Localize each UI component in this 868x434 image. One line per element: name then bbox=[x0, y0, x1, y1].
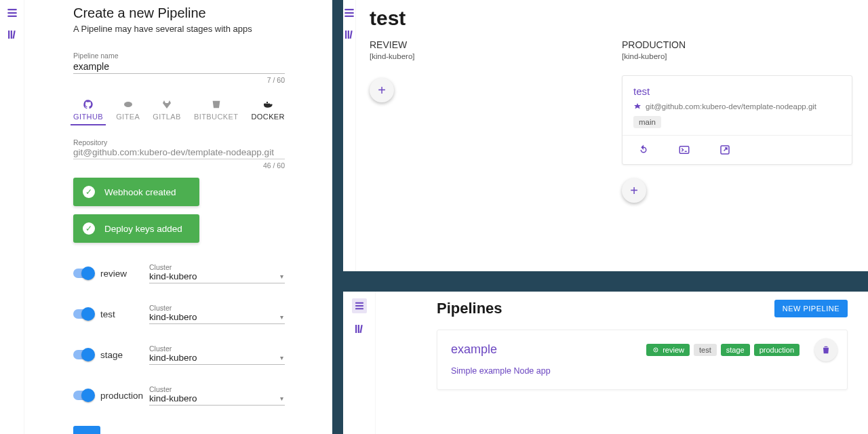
open-icon[interactable] bbox=[719, 144, 731, 156]
tab-gitlab[interactable]: GITLAB bbox=[153, 99, 181, 125]
page-subtitle: A Pipeline may have several stages with … bbox=[73, 24, 285, 34]
pipelines-icon[interactable] bbox=[343, 7, 355, 19]
pipeline-detail: test REVIEW [kind-kubero] + PRODUCTION [… bbox=[356, 0, 868, 271]
svg-rect-10 bbox=[267, 102, 268, 103]
svg-point-6 bbox=[124, 102, 132, 107]
sidebar-detail bbox=[343, 0, 356, 271]
cluster-select-stage[interactable]: Cluster kind-kubero ▾ bbox=[149, 344, 285, 365]
toggle-review[interactable] bbox=[73, 269, 94, 278]
terminal-icon[interactable] bbox=[678, 144, 690, 156]
stage-row-production: production Cluster kind-kubero ▾ bbox=[73, 385, 285, 406]
pipeline-name-input[interactable] bbox=[73, 60, 285, 74]
column-production: PRODUCTION [kind-kubero] test git@github… bbox=[622, 39, 852, 203]
cluster-select-test[interactable]: Cluster kind-kubero ▾ bbox=[149, 304, 285, 324]
new-pipeline-button[interactable]: NEW PIPELINE bbox=[774, 300, 848, 317]
app-card-actions bbox=[623, 135, 852, 164]
chevron-down-icon: ▾ bbox=[280, 354, 283, 361]
sidebar-left bbox=[0, 0, 24, 434]
repository-value[interactable]: git@github.com:kubero-dev/template-nodea… bbox=[73, 146, 285, 159]
chip-stage: stage bbox=[721, 344, 750, 356]
tab-bitbucket[interactable]: BITBUCKET bbox=[194, 99, 238, 125]
stage-label: production bbox=[100, 391, 142, 401]
svg-rect-24 bbox=[359, 325, 362, 333]
stage-row-review: review Cluster kind-kubero ▾ bbox=[73, 263, 285, 283]
svg-rect-5 bbox=[12, 31, 15, 39]
svg-rect-11 bbox=[344, 9, 354, 10]
pipeline-name-field: Pipeline name 7 / 60 bbox=[73, 52, 285, 84]
create-pipeline-panel: Create a new Pipeline A Pipeline may hav… bbox=[0, 0, 332, 434]
restart-icon[interactable] bbox=[637, 144, 650, 156]
svg-rect-23 bbox=[357, 325, 359, 333]
svg-rect-4 bbox=[10, 31, 12, 39]
pipelines-icon[interactable] bbox=[6, 7, 18, 19]
pipelines-icon[interactable] bbox=[352, 298, 367, 313]
cluster-select-production[interactable]: Cluster kind-kubero ▾ bbox=[149, 385, 285, 406]
repository-label: Repository bbox=[73, 138, 285, 146]
pipeline-name-label: Pipeline name bbox=[73, 52, 285, 60]
provider-tabs: GITHUB GITEA GITLAB BITBUCKET DOCKER bbox=[73, 99, 285, 125]
svg-rect-16 bbox=[349, 31, 352, 39]
submit-button[interactable] bbox=[73, 426, 100, 434]
check-icon: ✓ bbox=[83, 186, 95, 198]
list-title: Pipelines bbox=[437, 300, 502, 317]
repository-counter: 46 / 60 bbox=[73, 161, 285, 170]
chip-production: production bbox=[754, 344, 800, 356]
pipeline-card-chips: review test stage production bbox=[646, 344, 800, 356]
tab-github[interactable]: GITHUB bbox=[73, 99, 103, 125]
stage-label: test bbox=[100, 309, 142, 319]
chevron-down-icon: ▾ bbox=[280, 395, 283, 402]
svg-rect-14 bbox=[345, 31, 347, 39]
add-app-production-button[interactable]: + bbox=[622, 178, 646, 203]
stage-label: review bbox=[100, 269, 142, 279]
svg-rect-12 bbox=[344, 12, 354, 14]
svg-rect-0 bbox=[7, 9, 17, 10]
delete-pipeline-button[interactable] bbox=[814, 338, 837, 361]
toggle-stage[interactable] bbox=[73, 350, 94, 359]
svg-rect-13 bbox=[344, 16, 354, 17]
tab-docker[interactable]: DOCKER bbox=[251, 99, 284, 125]
branch-chip: main bbox=[633, 116, 661, 128]
stage-label: stage bbox=[100, 350, 142, 360]
library-icon[interactable] bbox=[343, 28, 355, 41]
chevron-down-icon: ▾ bbox=[280, 273, 283, 280]
svg-rect-21 bbox=[355, 308, 363, 309]
column-review: REVIEW [kind-kubero] + bbox=[370, 39, 600, 203]
chip-review: review bbox=[646, 344, 690, 356]
create-pipeline-form: Create a new Pipeline A Pipeline may hav… bbox=[24, 0, 332, 434]
pipeline-card[interactable]: example Simple example Node app review t… bbox=[437, 330, 848, 390]
svg-rect-3 bbox=[8, 31, 9, 39]
pipelines-list: Pipelines NEW PIPELINE example Simple ex… bbox=[376, 292, 868, 434]
alert-webhook: ✓ Webhook created bbox=[73, 178, 199, 206]
app-name[interactable]: test bbox=[633, 85, 841, 97]
sidebar-list bbox=[343, 292, 376, 434]
pipeline-card-desc: Simple example Node app bbox=[451, 366, 833, 376]
check-icon: ✓ bbox=[83, 222, 95, 235]
chevron-down-icon: ▾ bbox=[280, 313, 283, 321]
tab-gitea[interactable]: GITEA bbox=[116, 99, 140, 125]
cluster-select-review[interactable]: Cluster kind-kubero ▾ bbox=[149, 263, 285, 283]
svg-point-26 bbox=[655, 349, 656, 351]
pipeline-title: test bbox=[370, 7, 852, 30]
chip-test: test bbox=[694, 344, 717, 356]
svg-rect-1 bbox=[7, 12, 17, 14]
page-title: Create a new Pipeline bbox=[73, 5, 285, 21]
svg-rect-20 bbox=[355, 305, 363, 307]
app-repo: git@github.com:kubero-dev/template-nodea… bbox=[633, 102, 841, 111]
alert-deploykeys: ✓ Deploy keys added bbox=[73, 214, 199, 243]
svg-rect-15 bbox=[348, 31, 349, 39]
stage-row-stage: stage Cluster kind-kubero ▾ bbox=[73, 344, 285, 365]
library-icon[interactable] bbox=[353, 323, 366, 335]
add-app-review-button[interactable]: + bbox=[370, 78, 394, 102]
stage-row-test: test Cluster kind-kubero ▾ bbox=[73, 304, 285, 324]
pipelines-list-panel: Pipelines NEW PIPELINE example Simple ex… bbox=[343, 292, 868, 434]
toggle-production[interactable] bbox=[73, 391, 94, 400]
library-icon[interactable] bbox=[6, 28, 18, 41]
svg-rect-17 bbox=[679, 146, 689, 154]
svg-rect-19 bbox=[355, 302, 363, 304]
app-card: test git@github.com:kubero-dev/template-… bbox=[622, 75, 852, 165]
toggle-test[interactable] bbox=[73, 309, 94, 319]
repository-field: Repository git@github.com:kubero-dev/tem… bbox=[73, 138, 285, 170]
svg-rect-2 bbox=[7, 16, 17, 17]
pipeline-detail-panel: test REVIEW [kind-kubero] + PRODUCTION [… bbox=[343, 0, 868, 271]
pipeline-name-counter: 7 / 60 bbox=[73, 76, 285, 84]
